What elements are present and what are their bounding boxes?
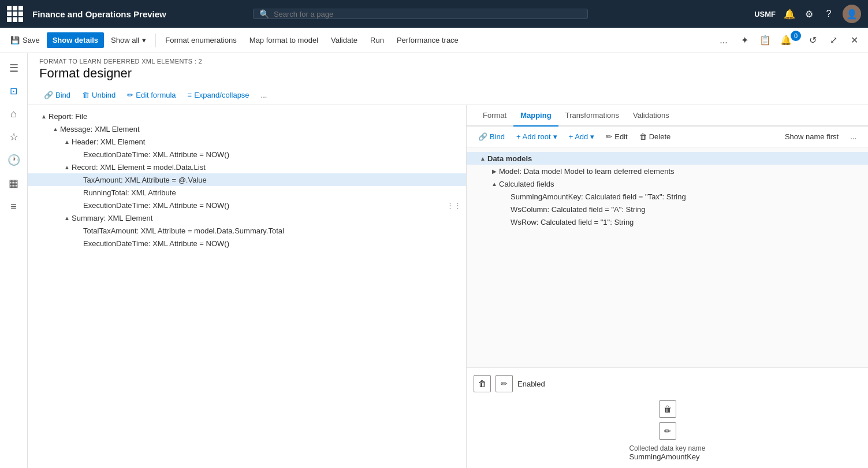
run-button[interactable]: Run: [364, 32, 390, 48]
dt-item-model[interactable]: ▶ Model: Data model Model to learn defer…: [467, 165, 868, 177]
collected-key-value: SummingAmountKey: [629, 452, 705, 461]
format-tree-panel: ▲ Report: File ▲ Message: XML Element ▲ …: [28, 105, 467, 468]
edit-action-button[interactable]: ✏: [496, 375, 513, 392]
link-icon: 🔗: [478, 132, 487, 141]
recent-icon[interactable]: 🕐: [3, 150, 24, 170]
tree-item-runningtotal[interactable]: RunningTotal: XML Attribute: [28, 186, 466, 199]
map-format-to-model-button[interactable]: Map format to model: [244, 32, 324, 48]
save-icon: 💾: [10, 36, 20, 44]
favorites-icon[interactable]: ☆: [3, 127, 24, 147]
right-bind-button[interactable]: 🔗 Bind: [474, 130, 509, 143]
toggle-icon: [501, 205, 511, 214]
delete-button[interactable]: 🗑 Delete: [635, 130, 676, 143]
more-options-button[interactable]: ...: [714, 31, 733, 50]
trash-icon: 🗑: [639, 132, 647, 141]
dt-item-wscolumn[interactable]: WsColumn: Calculated field = "A": String: [467, 203, 868, 216]
right-content-toolbar: 🔗 Bind + Add root ▾ + Add ▾ ✏ Edit: [467, 127, 868, 147]
delete-action-button[interactable]: 🗑: [474, 375, 491, 392]
notification-icon[interactable]: 🔔: [784, 8, 795, 20]
content-more-button[interactable]: ...: [256, 88, 272, 102]
nav-right: USMF 🔔 ⚙ ? 👤: [754, 5, 861, 23]
tab-transformations[interactable]: Transformations: [558, 105, 626, 127]
validate-button[interactable]: Validate: [325, 32, 363, 48]
toggle-icon: [501, 192, 511, 201]
tree-item-execution-header[interactable]: ExecutionDateTime: XML Attribute = NOW(): [28, 148, 466, 161]
tab-format[interactable]: Format: [476, 105, 513, 127]
view-toggle-button[interactable]: 📋: [756, 31, 774, 50]
bottom-actions-area: 🗑 ✏ Enabled 🗑 ✏ Collected data key name …: [467, 367, 868, 468]
hamburger-menu-icon[interactable]: ☰: [3, 58, 24, 79]
tab-validations[interactable]: Validations: [626, 105, 676, 127]
format-enumerations-button[interactable]: Format enumerations: [159, 32, 243, 48]
filter-icon[interactable]: ⊡: [10, 86, 17, 96]
toggle-icon: ▲: [478, 154, 487, 163]
toggle-icon: ▲: [62, 137, 72, 146]
drag-indicator: ⋮⋮: [446, 201, 466, 210]
username-label: USMF: [754, 10, 776, 18]
sidebar-icons: ☰ ⊡ ⌂ ☆ 🕐 ▦ ≡: [0, 53, 28, 468]
chevron-down-icon: ▾: [142, 36, 146, 44]
search-input[interactable]: [274, 10, 582, 18]
pin-button[interactable]: ✦: [735, 31, 754, 50]
modules-icon[interactable]: ≡: [3, 196, 24, 217]
open-in-new-button[interactable]: ⤢: [824, 31, 843, 50]
show-details-button[interactable]: Show details: [47, 32, 104, 48]
toggle-icon: [74, 226, 83, 235]
unbind-button[interactable]: 🗑 Unbind: [77, 88, 120, 102]
unbind-icon: 🗑: [82, 91, 90, 99]
tab-mapping[interactable]: Mapping: [513, 105, 558, 127]
edit-collected-button[interactable]: ✏: [659, 422, 676, 440]
edit-button[interactable]: ✏ Edit: [601, 130, 632, 143]
dt-item-summing[interactable]: SummingAmountKey: Calculated field = "Ta…: [467, 190, 868, 203]
main-toolbar: 💾 Save Show details Show all ▾ Format en…: [0, 28, 868, 53]
tree-item-header[interactable]: ▲ Header: XML Element: [28, 135, 466, 148]
tree-item-record[interactable]: ▲ Record: XML Element = model.Data.List: [28, 161, 466, 173]
dt-item-data-models[interactable]: ▲ Data models: [467, 152, 868, 165]
panels: ▲ Report: File ▲ Message: XML Element ▲ …: [28, 105, 868, 468]
main-area: FORMAT TO LEARN DEFERRED XML ELEMENTS : …: [28, 53, 868, 468]
toggle-icon: ▲: [39, 112, 49, 121]
toggle-icon: [74, 188, 83, 197]
bind-button[interactable]: 🔗 Bind: [39, 88, 75, 102]
dt-item-calculated-fields[interactable]: ▲ Calculated fields: [467, 177, 868, 190]
toggle-icon: ▲: [490, 179, 499, 188]
page-title: Format designer: [39, 66, 856, 86]
save-button[interactable]: 💾 Save: [5, 32, 46, 48]
dt-item-wsrow[interactable]: WsRow: Calculated field = "1": String: [467, 216, 868, 228]
search-bar[interactable]: 🔍: [253, 9, 588, 19]
close-button[interactable]: ✕: [845, 31, 863, 50]
tree-item-totaltax[interactable]: TotalTaxAmount: XML Attribute = model.Da…: [28, 224, 466, 237]
notification-badge: 0: [791, 31, 801, 41]
app-switcher-button[interactable]: [7, 6, 23, 22]
tree-item-execution-summary[interactable]: ExecutionDateTime: XML Attribute = NOW(): [28, 237, 466, 250]
right-more-button[interactable]: ...: [845, 130, 861, 143]
refresh-button[interactable]: ↺: [803, 31, 822, 50]
home-icon[interactable]: ⌂: [3, 103, 24, 124]
settings-icon[interactable]: ⚙: [803, 8, 815, 20]
chevron-down-icon: ▾: [553, 132, 557, 141]
tree-item-execution-record[interactable]: ExecutionDateTime: XML Attribute = NOW()…: [28, 199, 466, 211]
enabled-label: Enabled: [517, 380, 545, 388]
tree-item-report[interactable]: ▲ Report: File: [28, 110, 466, 122]
toggle-icon: ▶: [490, 166, 499, 176]
tree-item-message[interactable]: ▲ Message: XML Element: [28, 122, 466, 135]
toggle-icon: [74, 150, 83, 159]
add-root-button[interactable]: + Add root ▾: [512, 130, 562, 143]
top-navigation: Finance and Operations Preview 🔍 USMF 🔔 …: [0, 0, 868, 28]
page-header: FORMAT TO LEARN DEFERRED XML ELEMENTS : …: [28, 53, 868, 86]
show-all-button[interactable]: Show all ▾: [105, 32, 152, 48]
delete-collected-button[interactable]: 🗑: [659, 400, 676, 418]
show-name-first-button[interactable]: Show name first: [780, 130, 843, 143]
help-icon[interactable]: ?: [823, 8, 835, 20]
user-avatar[interactable]: 👤: [843, 5, 861, 23]
tree-item-taxamount[interactable]: TaxAmount: XML Attribute = @.Value: [28, 173, 466, 186]
toggle-icon: [74, 175, 83, 184]
workspaces-icon[interactable]: ▦: [3, 173, 24, 194]
link-icon: 🔗: [44, 91, 53, 99]
edit-formula-button[interactable]: ✏ Edit formula: [122, 88, 180, 102]
add-button[interactable]: + Add ▾: [564, 130, 599, 143]
data-model-tree: ▲ Data models ▶ Model: Data model Model …: [467, 147, 868, 367]
performance-trace-button[interactable]: Performance trace: [391, 32, 464, 48]
expand-collapse-button[interactable]: ≡ Expand/collapse: [183, 88, 254, 102]
tree-item-summary[interactable]: ▲ Summary: XML Element: [28, 211, 466, 224]
